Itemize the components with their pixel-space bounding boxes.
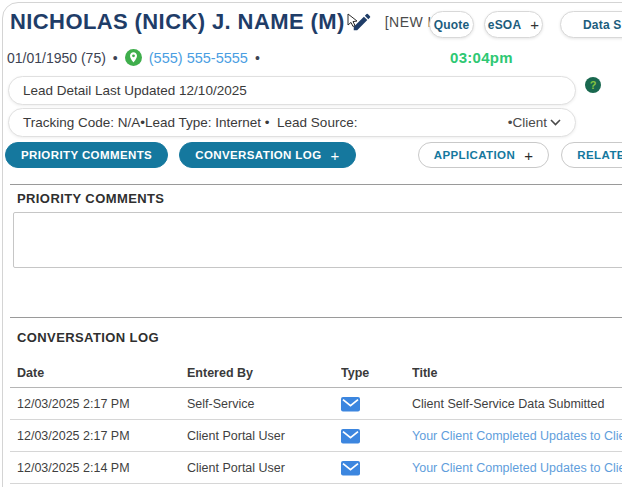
esoa-button-label: eSOA — [488, 18, 521, 32]
email-icon — [341, 397, 412, 412]
conversation-log-heading: CONVERSATION LOG — [17, 330, 159, 345]
row-date: 12/03/2025 2:14 PM — [17, 461, 187, 475]
esoa-button[interactable]: eSOA + — [484, 11, 543, 38]
quote-button[interactable]: Quote — [429, 11, 474, 38]
tracking-bar: Tracking Code: N/A•Lead Type: Internet •… — [8, 108, 576, 137]
table-row: 12/03/2025 2:14 PM Client Portal User Yo… — [10, 452, 622, 484]
bullet-separator: • — [113, 50, 118, 66]
tab-label: APPLICATION — [434, 149, 516, 161]
lead-source-dropdown[interactable]: •Client — [508, 115, 561, 130]
lead-source-value: •Client — [508, 115, 547, 130]
tab-conversation-log[interactable]: CONVERSATION LOG + — [179, 142, 355, 168]
table-row: 12/03/2025 2:17 PM Client Portal User Yo… — [10, 420, 622, 452]
conversation-log-table: Date Entered By Type Title 12/03/2025 2:… — [10, 358, 622, 484]
priority-comments-heading: PRIORITY COMMENTS — [17, 191, 164, 206]
tab-label: CONVERSATION LOG — [195, 149, 321, 161]
conversation-log-header-row: Date Entered By Type Title — [10, 358, 622, 388]
row-date: 12/03/2025 2:17 PM — [17, 429, 187, 443]
row-title: Client Self-Service Data Submitted — [412, 397, 622, 411]
section-tabs: PRIORITY COMMENTS CONVERSATION LOG + APP… — [5, 142, 622, 168]
column-header-title: Title — [412, 366, 622, 380]
current-time: 03:04pm — [450, 49, 513, 66]
tab-label: RELATED — [577, 149, 622, 161]
client-info-row: 01/01/1950 (75) • (555) 555-5555 • — [7, 49, 267, 66]
section-divider — [10, 317, 622, 318]
location-pin-icon[interactable] — [125, 49, 142, 66]
plus-icon: + — [331, 147, 340, 164]
plus-icon: + — [524, 147, 533, 164]
edit-name-button[interactable] — [347, 9, 377, 35]
tab-priority-comments[interactable]: PRIORITY COMMENTS — [5, 142, 168, 168]
row-title-link[interactable]: Your Client Completed Updates to Client — [412, 429, 622, 443]
tab-label: PRIORITY COMMENTS — [21, 149, 152, 161]
chevron-down-icon — [550, 119, 561, 126]
section-divider — [10, 184, 622, 185]
column-header-date: Date — [17, 366, 187, 380]
help-icon[interactable]: ? — [585, 77, 601, 93]
tab-related[interactable]: RELATED + — [561, 142, 622, 168]
data-button-label: Data S — [583, 18, 622, 32]
row-entered-by: Client Portal User — [187, 461, 341, 475]
help-glyph: ? — [590, 79, 597, 91]
row-entered-by: Client Portal User — [187, 429, 341, 443]
priority-comments-input[interactable] — [13, 212, 622, 268]
dob-text: 01/01/1950 (75) — [7, 50, 106, 66]
column-header-entered-by: Entered By — [187, 366, 341, 380]
email-icon — [341, 461, 412, 476]
data-button[interactable]: Data S — [560, 11, 622, 38]
page-title: NICHOLAS (NICK) J. NAME (M) — [10, 9, 345, 35]
conversation-log-body: 12/03/2025 2:17 PM Self-Service Client S… — [10, 388, 622, 484]
phone-link[interactable]: (555) 555-5555 — [149, 50, 248, 66]
row-entered-by: Self-Service — [187, 397, 341, 411]
lead-detail-bar: Lead Detail Last Updated 12/10/2025 — [8, 76, 576, 105]
quote-button-label: Quote — [434, 18, 470, 32]
lead-detail-text: Lead Detail Last Updated 12/10/2025 — [23, 83, 247, 98]
row-title-link[interactable]: Your Client Completed Updates to Client — [412, 461, 622, 475]
bullet-separator: • — [255, 50, 260, 66]
tab-application[interactable]: APPLICATION + — [418, 142, 550, 168]
mouse-cursor-icon — [347, 13, 359, 28]
header-row: NICHOLAS (NICK) J. NAME (M) [NEW LEAD] — [10, 9, 471, 35]
column-header-type: Type — [341, 366, 412, 380]
email-icon — [341, 429, 412, 444]
row-date: 12/03/2025 2:17 PM — [17, 397, 187, 411]
tracking-text: Tracking Code: N/A•Lead Type: Internet •… — [23, 115, 357, 130]
table-row: 12/03/2025 2:17 PM Self-Service Client S… — [10, 388, 622, 420]
plus-icon: + — [530, 16, 539, 33]
